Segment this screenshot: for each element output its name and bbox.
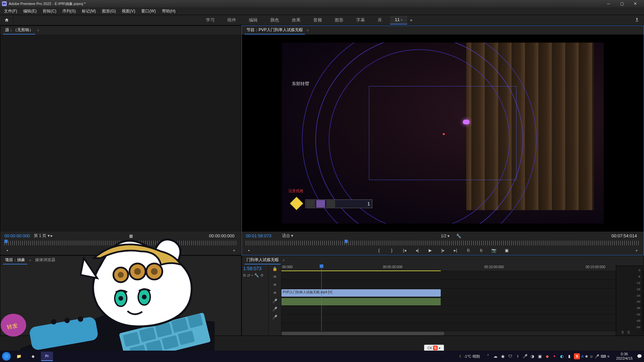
tray-steam-icon[interactable]: ◑ [530, 354, 535, 359]
ws-overflow[interactable]: » [410, 18, 412, 22]
track-v2[interactable] [281, 280, 644, 289]
link-icon[interactable]: ⇄ [247, 273, 250, 278]
ime-menu-icon[interactable]: ≡ [607, 354, 609, 358]
ws-effects[interactable]: 效果 [287, 16, 305, 24]
track-toggle-v3[interactable]: 👁 [273, 275, 277, 279]
program-scrubber[interactable] [246, 241, 640, 245]
marker-icon[interactable]: ▪ [252, 273, 253, 278]
menu-markers[interactable]: 标记(M) [79, 8, 99, 15]
prog-export-frame[interactable]: 📷 [491, 247, 497, 253]
source-page-select[interactable]: 第 1 页 ▾ ▸ [34, 233, 53, 239]
prog-btn-plus[interactable]: ＋ [634, 247, 640, 253]
ws-graphics[interactable]: 图形 [330, 16, 348, 24]
source-viewer[interactable] [0, 35, 241, 232]
ime-punct-icon[interactable]: ❀ [585, 354, 588, 359]
panel-menu-icon[interactable]: ≡ [37, 28, 39, 32]
ws-custom11[interactable]: 11 [390, 16, 407, 24]
prog-mark-out[interactable]: } [389, 247, 395, 253]
program-resolution-select[interactable]: 1/2 ▾ [441, 234, 449, 238]
prog-step-back[interactable]: ◂| [414, 247, 420, 253]
prog-step-fwd[interactable]: |▸ [440, 247, 446, 253]
tray-app4-icon[interactable]: ✦ [552, 354, 557, 359]
track-a2[interactable] [281, 306, 644, 315]
ws-editing[interactable]: 编辑 [244, 16, 262, 24]
menu-help[interactable]: 帮助(H) [159, 8, 178, 15]
panel-menu-icon[interactable]: ≡ [29, 258, 31, 262]
task-explorer[interactable]: 📁 [13, 352, 25, 361]
prog-go-in[interactable]: |◂ [401, 247, 408, 253]
start-button[interactable] [2, 352, 11, 361]
tray-battery-icon[interactable]: ▮ [567, 354, 572, 359]
menu-file[interactable]: 文件(F) [1, 8, 20, 15]
tray-onedrive-icon[interactable]: ☁ [493, 354, 498, 359]
source-scrubber[interactable] [4, 241, 237, 245]
video-clip[interactable]: PVP入门到单人试炼无暇.mp4 [V] [281, 289, 441, 297]
track-v1[interactable]: PVP入门到单人试炼无暇.mp4 [V] [281, 289, 644, 297]
ime-lang-icon[interactable]: A [581, 354, 584, 358]
ws-learn[interactable]: 学习 [201, 16, 219, 24]
track-toggle-v1[interactable]: 👁 [273, 291, 277, 295]
menu-window[interactable]: 窗口(W) [139, 8, 158, 15]
taskbar-clock[interactable]: 0:36 2022/4/15 [614, 352, 635, 360]
prog-play[interactable]: ▶ [427, 247, 433, 253]
track-toggle-a2[interactable]: 🎤 [272, 307, 277, 311]
program-zoom-select[interactable]: 适合 ▾ [282, 233, 293, 239]
prog-lift[interactable]: ⎘ [465, 247, 471, 253]
timeline-playhead[interactable] [321, 264, 322, 336]
source-tab[interactable]: 源：（无剪辑） [3, 26, 35, 35]
ime-dropdown-icon[interactable]: ▾ [439, 346, 440, 350]
minimize-button[interactable]: ─ [602, 0, 615, 7]
track-a1[interactable] [281, 297, 644, 306]
timeline-sequence-tab[interactable]: 门到单人试炼无暇 [245, 256, 281, 264]
media-browser-tab[interactable]: 媒体浏览器 [33, 256, 57, 264]
program-tab[interactable]: 节目：PVP入门到单人试炼无暇 [245, 26, 305, 35]
source-mark-in[interactable]: { [111, 247, 117, 253]
ws-captions[interactable]: 字幕 [352, 16, 370, 24]
prog-compare[interactable]: ▣ [503, 247, 509, 253]
panel-menu-icon[interactable]: ≡ [307, 28, 309, 32]
program-settings-icon[interactable]: 🔧 [456, 234, 461, 238]
taskbar-weather[interactable]: ☾ -1°C 晴朗 [459, 354, 480, 359]
menu-clip[interactable]: 剪辑(C) [40, 8, 59, 15]
playhead-icon[interactable] [344, 240, 348, 243]
timeline-tracks[interactable]: :00:000 00:05:00:000 00:10:00:000 00:15:… [281, 264, 644, 336]
prog-go-out[interactable]: ▸| [452, 247, 459, 253]
tray-app3-icon[interactable]: ◆ [544, 354, 550, 359]
zoom-handle[interactable] [281, 332, 444, 335]
project-tab[interactable]: 项目：抽象 [3, 256, 27, 264]
ime-mic-icon[interactable]: 🎤 [595, 354, 599, 359]
tray-bluetooth-icon[interactable]: ᚼ [515, 354, 520, 359]
program-tc-current[interactable]: 00:01:58:073 [246, 233, 271, 238]
task-premiere[interactable]: Pr [41, 352, 53, 361]
settings-icon[interactable]: ⚙ [260, 273, 264, 278]
prog-mark-in[interactable]: { [376, 247, 382, 253]
playhead-icon[interactable] [4, 240, 8, 243]
wrench-icon[interactable]: 🔧 [254, 273, 259, 278]
track-toggle-a1[interactable]: 🎤 [272, 299, 277, 303]
track-a3[interactable] [281, 315, 644, 323]
track-toggle-v2[interactable]: 👁 [273, 283, 277, 287]
ime-face-icon[interactable]: ☺ [589, 354, 593, 358]
ws-color[interactable]: 颜色 [266, 16, 284, 24]
timeline-tc[interactable]: 1:58:073 [243, 266, 267, 271]
share-button[interactable] [635, 17, 639, 23]
panel-menu-icon[interactable]: ≡ [283, 258, 285, 262]
menu-sequence[interactable]: 序列(S) [60, 8, 78, 15]
menu-edit[interactable]: 编辑(E) [20, 8, 39, 15]
close-button[interactable]: ✕ [629, 0, 642, 7]
ime-candidate-popup[interactable]: CK S ▾ [424, 345, 444, 351]
tray-app-icon[interactable]: ◉ [500, 354, 505, 359]
ws-audio[interactable]: 音频 [309, 16, 327, 24]
tray-app2-icon[interactable]: ▣ [537, 354, 542, 359]
track-toggle-a3[interactable]: 🎤 [272, 315, 277, 319]
program-viewer[interactable]: 东部转臂 注意优惠 1 [242, 35, 644, 232]
source-btn-plus[interactable]: ＋ [231, 247, 237, 253]
maximize-button[interactable]: ▢ [615, 0, 629, 7]
snap-icon[interactable]: ⧉ [243, 273, 246, 278]
track-v3[interactable] [281, 271, 644, 280]
source-grid-icon[interactable]: ▦ [129, 234, 133, 238]
source-tc-in[interactable]: 00:00:00:000 [4, 233, 30, 238]
menu-view[interactable]: 视图(V) [119, 8, 138, 15]
ime-keyboard-icon[interactable]: ⌨ [601, 354, 606, 359]
audio-clip[interactable] [281, 298, 441, 305]
